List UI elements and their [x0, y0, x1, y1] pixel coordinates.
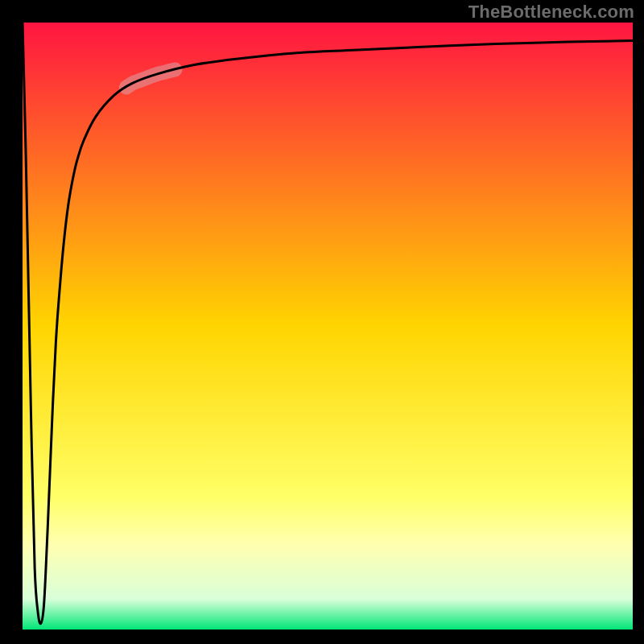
- chart-container: TheBottleneck.com: [0, 0, 644, 644]
- watermark-text: TheBottleneck.com: [469, 2, 634, 23]
- bottleneck-chart: [0, 0, 644, 644]
- plot-background: [23, 23, 633, 630]
